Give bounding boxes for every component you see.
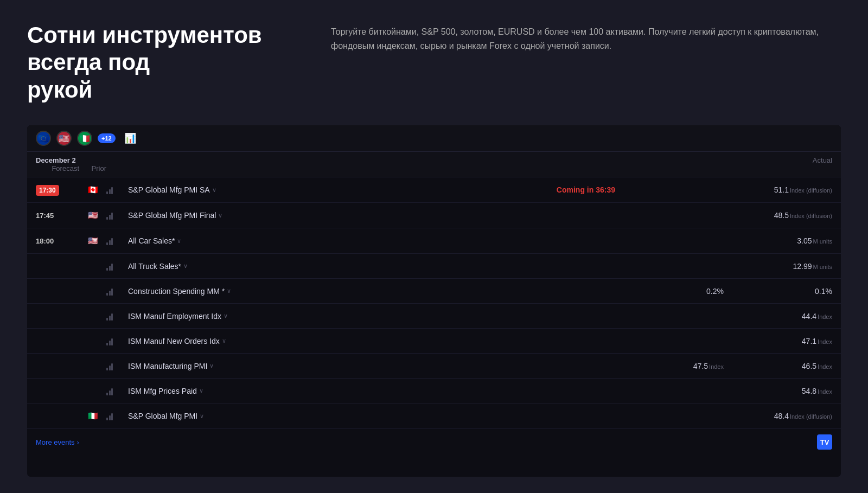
- chevron-icon[interactable]: ∨: [212, 187, 216, 194]
- event-prior: 3.05M units: [724, 236, 832, 245]
- event-prior: 44.4Index: [724, 312, 832, 321]
- chevron-icon[interactable]: ∨: [209, 362, 214, 369]
- section-date: December 2: [36, 156, 128, 164]
- chevron-icon[interactable]: ∨: [177, 238, 181, 245]
- chart-icon[interactable]: 📊: [124, 132, 136, 144]
- event-flag: 🇺🇸: [79, 208, 106, 222]
- event-prior: 54.8Index: [724, 387, 832, 395]
- event-name: Construction Spending MM * ∨: [128, 287, 507, 296]
- event-name: ISM Manuf Employment Idx ∨: [128, 312, 507, 321]
- calendar-widget: 🇪🇺 🇺🇸 🇮🇹 +12 📊 December 2 Actual Forecas…: [27, 125, 841, 477]
- chevron-icon[interactable]: ∨: [222, 337, 226, 344]
- event-name: S&P Global Mfg PMI Final ∨: [128, 211, 507, 220]
- event-name: ISM Manuf New Orders Idx ∨: [128, 337, 507, 345]
- event-flag: 🇨🇦: [79, 183, 106, 197]
- event-time: 18:00: [36, 236, 79, 246]
- more-events-link[interactable]: More events ›: [36, 438, 79, 446]
- event-name: ISM Manufacturing PMI ∨: [128, 362, 507, 370]
- table-row[interactable]: ISM Manufacturing PMI ∨47.5Index46.5Inde…: [27, 354, 841, 379]
- impact-icon: [106, 262, 128, 271]
- header-right: Торгуйте биткойнами, S&P 500, золотом, E…: [331, 22, 841, 104]
- page-title: Сотни инструментов всегда под рукой: [27, 22, 288, 104]
- event-flag: 🇮🇹: [79, 409, 106, 423]
- event-actual: Coming in 36:39: [507, 185, 615, 194]
- page-wrapper: Сотни инструментов всегда под рукой Торг…: [0, 0, 868, 493]
- events-container: 17:30🇨🇦S&P Global Mfg PMI SA ∨Coming in …: [27, 177, 841, 429]
- more-events-chevron: ›: [77, 438, 79, 446]
- event-prior: 51.1Index (diffusion): [724, 185, 832, 194]
- event-time: 17:30: [36, 185, 79, 195]
- table-row[interactable]: 18:00🇺🇸All Car Sales* ∨3.05M units: [27, 228, 841, 254]
- table-row[interactable]: ISM Manuf Employment Idx ∨44.4Index: [27, 304, 841, 329]
- event-prior: 46.5Index: [724, 362, 832, 370]
- impact-icon: [106, 185, 128, 194]
- impact-icon: [106, 236, 128, 245]
- header-section: Сотни инструментов всегда под рукой Торг…: [27, 22, 841, 104]
- flag-us[interactable]: 🇺🇸: [56, 131, 72, 146]
- table-row[interactable]: ISM Mfg Prices Paid ∨54.8Index: [27, 379, 841, 404]
- chevron-icon[interactable]: ∨: [200, 413, 204, 420]
- chevron-icon[interactable]: ∨: [199, 387, 203, 394]
- table-row[interactable]: Construction Spending MM * ∨0.2%0.1%: [27, 279, 841, 304]
- event-name: S&P Global Mfg PMI ∨: [128, 412, 507, 420]
- event-forecast: 0.2%: [615, 287, 724, 296]
- forecast-column-header: Forecast: [36, 164, 79, 172]
- impact-icon: [106, 362, 128, 370]
- table-row[interactable]: All Truck Sales* ∨12.99M units: [27, 254, 841, 279]
- event-name: ISM Mfg Prices Paid ∨: [128, 387, 507, 395]
- impact-icon: [106, 211, 128, 220]
- event-prior: 48.5Index (diffusion): [724, 211, 832, 220]
- event-name: All Truck Sales* ∨: [128, 262, 507, 271]
- chevron-icon[interactable]: ∨: [224, 312, 228, 319]
- section-header: December 2 Actual Forecast Prior: [27, 152, 841, 177]
- event-prior: 12.99M units: [724, 262, 832, 271]
- event-prior: 47.1Index: [724, 337, 832, 345]
- chevron-icon[interactable]: ∨: [227, 287, 231, 294]
- event-prior: 48.4Index (diffusion): [724, 412, 832, 420]
- event-name: S&P Global Mfg PMI SA ∨: [128, 185, 507, 194]
- table-row[interactable]: ISM Manuf New Orders Idx ∨47.1Index: [27, 329, 841, 354]
- table-row[interactable]: 17:30🇨🇦S&P Global Mfg PMI SA ∨Coming in …: [27, 177, 841, 203]
- chevron-icon[interactable]: ∨: [218, 212, 222, 219]
- subtitle-text: Торгуйте биткойнами, S&P 500, золотом, E…: [331, 25, 841, 53]
- more-events-text: More events: [36, 438, 75, 446]
- impact-icon: [106, 312, 128, 321]
- widget-toolbar: 🇪🇺 🇺🇸 🇮🇹 +12 📊: [27, 125, 841, 152]
- prior-column-header: Prior: [79, 164, 106, 172]
- actual-column-header: Actual: [724, 156, 832, 164]
- flag-it[interactable]: 🇮🇹: [77, 131, 92, 146]
- impact-icon: [106, 412, 128, 420]
- impact-icon: [106, 287, 128, 296]
- flag-eu[interactable]: 🇪🇺: [36, 131, 51, 146]
- table-row[interactable]: 🇮🇹S&P Global Mfg PMI ∨48.4Index (diffusi…: [27, 404, 841, 429]
- impact-icon: [106, 387, 128, 395]
- event-time: 17:45: [36, 210, 79, 220]
- event-prior: 0.1%: [724, 287, 832, 296]
- impact-icon: [106, 337, 128, 345]
- event-forecast: 47.5Index: [615, 362, 724, 370]
- table-row[interactable]: 17:45🇺🇸S&P Global Mfg PMI Final ∨48.5Ind…: [27, 203, 841, 228]
- plus-badge[interactable]: +12: [98, 133, 116, 143]
- footer-bar: More events › TV: [27, 429, 841, 455]
- tv-logo: TV: [817, 434, 832, 450]
- chevron-icon[interactable]: ∨: [183, 262, 188, 270]
- event-flag: 🇺🇸: [79, 234, 106, 248]
- header-left: Сотни инструментов всегда под рукой: [27, 22, 288, 104]
- event-name: All Car Sales* ∨: [128, 236, 507, 245]
